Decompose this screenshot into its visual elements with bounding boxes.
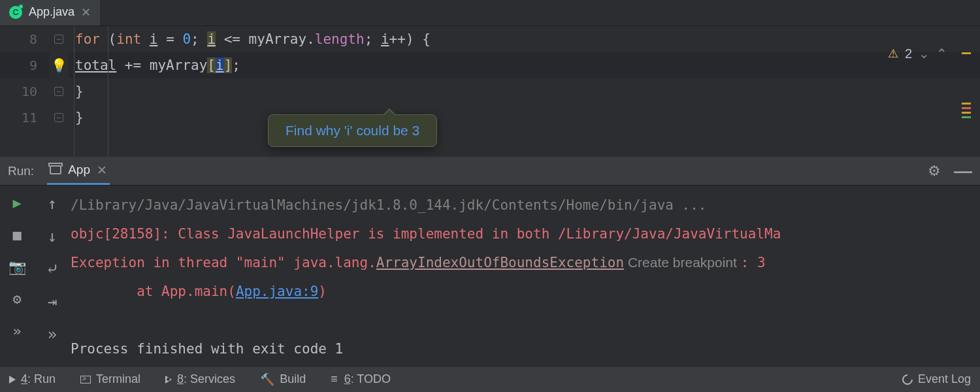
run-tool-body: ▶ ■ 📷 ⚙ » ↑ ↓ ⤶ ⇥ » /Library/Java/JavaVi…: [0, 186, 980, 366]
up-stack-icon[interactable]: ↑: [48, 195, 57, 213]
create-breakpoint-link[interactable]: Create breakpoint: [624, 255, 741, 270]
line-number: 9: [0, 52, 49, 78]
application-icon: [50, 165, 61, 174]
debug-layout-icon[interactable]: ⚙: [12, 291, 21, 307]
chevron-down-icon[interactable]: ⌄: [919, 46, 930, 61]
tool-window-todo[interactable]: 6: TODO: [331, 372, 391, 386]
console-output[interactable]: /Library/Java/JavaVirtualMachines/jdk1.8…: [71, 186, 980, 366]
line-number-gutter: 8 9 10 11: [0, 26, 49, 157]
camera-icon[interactable]: 📷: [8, 259, 26, 275]
stop-icon[interactable]: ■: [12, 227, 21, 243]
tool-window-terminal[interactable]: Terminal: [80, 372, 140, 386]
run-tool-header: Run: App ✕ ⚙ —: [0, 157, 980, 186]
warning-count: 2: [905, 46, 912, 61]
line-number: 10: [0, 78, 49, 105]
console-path: /Library/Java/JavaVirtualMachines/jdk1.8…: [71, 197, 707, 213]
services-icon: [165, 376, 172, 384]
run-config-tab[interactable]: App ✕: [47, 157, 110, 185]
run-toolbar-left: ▶ ■ 📷 ⚙ »: [0, 186, 34, 366]
tool-window-eventlog[interactable]: Event Log: [902, 372, 971, 386]
code-area[interactable]: for (int i = 0; i <= myArray.length; i++…: [69, 26, 980, 157]
more-icon[interactable]: »: [12, 323, 21, 339]
file-tab-label: App.java: [29, 5, 74, 19]
status-bar: 4: Run Terminal 8: Services 🔨Build 6: TO…: [0, 366, 980, 392]
console-exception-tail: : 3: [741, 255, 766, 270]
code-line-10[interactable]: }: [69, 78, 980, 105]
scroll-end-icon[interactable]: ⇥: [48, 293, 57, 311]
editor-tab-bar: C App.java ✕: [0, 0, 980, 26]
stacktrace-link[interactable]: App.java:9: [236, 284, 318, 299]
console-exception: Exception in thread "main" java.lang.: [71, 255, 376, 270]
gear-icon[interactable]: ⚙: [928, 163, 941, 180]
java-class-icon: C: [9, 6, 22, 19]
fold-collapse-icon[interactable]: [54, 113, 63, 122]
run-tab-label: App: [68, 163, 90, 177]
play-icon: [9, 376, 16, 384]
file-tab[interactable]: C App.java ✕: [0, 0, 100, 25]
run-label: Run:: [8, 164, 34, 178]
warning-icon: ⚠: [888, 46, 898, 61]
fold-collapse-icon[interactable]: [54, 87, 63, 96]
code-editor[interactable]: 8 9 10 11 💡 for (int i = 0; i <= myArray…: [0, 26, 980, 157]
code-line-11[interactable]: }: [69, 105, 980, 131]
event-log-icon: [900, 372, 915, 387]
close-tab-icon[interactable]: ✕: [81, 5, 91, 20]
more-icon[interactable]: »: [48, 325, 57, 344]
terminal-icon: [80, 376, 91, 384]
soft-wrap-icon[interactable]: ⤶: [46, 260, 59, 278]
close-icon[interactable]: ✕: [97, 163, 107, 178]
intention-bulb-icon[interactable]: 💡: [51, 57, 67, 73]
error-stripe[interactable]: [962, 52, 971, 183]
code-line-9[interactable]: total += myArray[i];: [69, 52, 980, 78]
tool-window-run[interactable]: 4: Run: [9, 372, 56, 386]
process-finished: Process finished with exit code 1: [71, 341, 343, 357]
console-objc: objc[28158]: Class JavaLaunchHelper is i…: [71, 226, 781, 242]
run-toolbar-nav: ↑ ↓ ⤶ ⇥ »: [34, 186, 71, 366]
stacktrace-at: at App.main(: [71, 284, 236, 299]
hammer-icon: 🔨: [260, 372, 274, 387]
inspection-widget[interactable]: ⚠ 2 ⌄ ⌃: [888, 46, 947, 61]
fold-collapse-icon[interactable]: [54, 35, 63, 44]
down-stack-icon[interactable]: ↓: [48, 227, 57, 246]
code-line-8[interactable]: for (int i = 0; i <= myArray.length; i++…: [69, 26, 980, 52]
fold-gutter: 💡: [49, 26, 69, 157]
dfa-hint-popup[interactable]: Find why 'i' could be 3: [268, 114, 437, 147]
line-number: 8: [0, 26, 49, 52]
chevron-up-icon[interactable]: ⌃: [936, 46, 947, 61]
exception-class-link[interactable]: ArrayIndexOutOfBoundsException: [376, 255, 624, 270]
hint-link[interactable]: Find why 'i' could be 3: [286, 123, 419, 138]
tool-window-build[interactable]: 🔨Build: [260, 372, 306, 387]
rerun-icon[interactable]: ▶: [12, 195, 21, 211]
line-number: 11: [0, 105, 49, 131]
tool-window-services[interactable]: 8: Services: [165, 372, 235, 386]
